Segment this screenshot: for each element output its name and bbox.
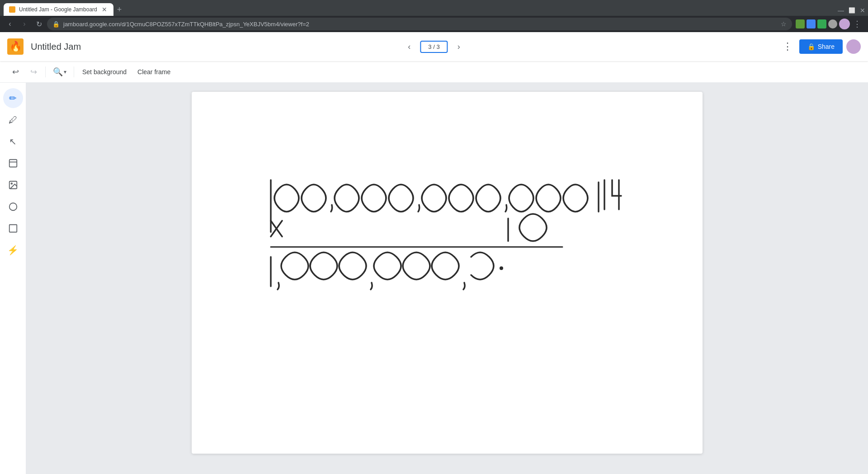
minimize-button[interactable]: — bbox=[835, 5, 846, 16]
share-lock-icon: 🔒 bbox=[807, 43, 815, 50]
zoom-dropdown-icon: ▾ bbox=[64, 69, 66, 75]
clear-frame-button[interactable]: Clear frame bbox=[133, 66, 175, 78]
address-bar: ‹ › ↻ 🔒 jamboard.google.com/d/1QcmuC8POZ… bbox=[0, 16, 868, 32]
svg-point-3 bbox=[11, 183, 12, 184]
svg-point-4 bbox=[9, 203, 17, 211]
extensions-area: ⋮ bbox=[794, 19, 864, 29]
toolbar-divider-1 bbox=[45, 66, 46, 77]
maximize-button[interactable]: ⬜ bbox=[846, 5, 857, 16]
left-toolbar: ✏ 🖊 ↖ ⚡ bbox=[0, 83, 26, 474]
extension-3-icon[interactable] bbox=[817, 19, 826, 28]
profile-icon[interactable] bbox=[839, 19, 850, 29]
select-tool-button[interactable]: ↖ bbox=[3, 132, 23, 152]
url-bar[interactable]: 🔒 jamboard.google.com/d/1QcmuC8POZ557xTZ… bbox=[47, 18, 792, 30]
extension-4-icon[interactable] bbox=[828, 19, 837, 28]
browser-chrome: Untitled Jam - Google Jamboard ✕ + — ⬜ ✕ bbox=[0, 0, 868, 16]
browser-menu-button[interactable]: ⋮ bbox=[852, 19, 863, 29]
canvas-area bbox=[26, 83, 868, 474]
header-right: ⋮ 🔒 Share bbox=[779, 38, 861, 55]
app-header: 🔥 Untitled Jam ‹ 3 / 3 › ⋮ 🔒 Share bbox=[0, 32, 868, 61]
secure-icon: 🔒 bbox=[52, 21, 60, 28]
set-background-button[interactable]: Set background bbox=[78, 66, 131, 78]
url-text: jamboard.google.com/d/1QcmuC8POZ557xTZmT… bbox=[63, 21, 777, 28]
pen-tool-button[interactable]: ✏ bbox=[3, 88, 23, 108]
shape-tool-button[interactable] bbox=[3, 197, 23, 217]
laser-tool-button[interactable]: ⚡ bbox=[3, 240, 23, 260]
extension-1-icon[interactable] bbox=[796, 19, 805, 28]
tab-title: Untitled Jam - Google Jamboard bbox=[19, 6, 97, 13]
canvas[interactable] bbox=[192, 92, 703, 454]
frame-navigation: ‹ 3 / 3 › bbox=[402, 39, 466, 54]
undo-button[interactable]: ↩ bbox=[7, 64, 24, 80]
toolbar-divider-2 bbox=[74, 66, 74, 77]
prev-frame-button[interactable]: ‹ bbox=[402, 39, 416, 54]
back-button[interactable]: ‹ bbox=[4, 18, 16, 30]
svg-point-7 bbox=[500, 266, 503, 270]
new-tab-button[interactable]: + bbox=[113, 3, 126, 16]
next-frame-button[interactable]: › bbox=[452, 39, 466, 54]
reload-button[interactable]: ↻ bbox=[33, 18, 45, 30]
bookmark-icon[interactable]: ☆ bbox=[781, 20, 787, 28]
close-window-button[interactable]: ✕ bbox=[857, 5, 868, 16]
tab-close-icon[interactable]: ✕ bbox=[101, 6, 108, 13]
redo-button[interactable]: ↪ bbox=[25, 64, 42, 80]
active-tab[interactable]: Untitled Jam - Google Jamboard ✕ bbox=[4, 3, 113, 16]
canvas-drawing bbox=[192, 92, 703, 454]
more-options-button[interactable]: ⋮ bbox=[779, 38, 796, 55]
extension-2-icon[interactable] bbox=[807, 19, 816, 28]
zoom-button[interactable]: 🔍 ▾ bbox=[49, 65, 70, 79]
toolbar: ↩ ↪ 🔍 ▾ Set background Clear frame bbox=[0, 61, 868, 83]
svg-rect-0 bbox=[9, 160, 17, 167]
user-avatar[interactable] bbox=[846, 39, 861, 54]
share-button[interactable]: 🔒 Share bbox=[799, 39, 843, 54]
frame-indicator[interactable]: 3 / 3 bbox=[420, 41, 448, 53]
app-logo: 🔥 bbox=[7, 38, 24, 55]
text-box-tool-button[interactable] bbox=[3, 218, 23, 238]
sticky-note-tool-button[interactable] bbox=[3, 153, 23, 173]
zoom-icon: 🔍 bbox=[53, 67, 63, 77]
main-area: ✏ 🖊 ↖ ⚡ bbox=[0, 83, 868, 474]
forward-button[interactable]: › bbox=[18, 18, 31, 30]
marker-tool-button[interactable]: 🖊 bbox=[3, 110, 23, 130]
app-title: Untitled Jam bbox=[31, 42, 81, 52]
image-tool-button[interactable] bbox=[3, 175, 23, 195]
share-label: Share bbox=[818, 43, 835, 50]
tab-bar: Untitled Jam - Google Jamboard ✕ + — ⬜ ✕ bbox=[0, 0, 868, 16]
svg-rect-5 bbox=[9, 225, 17, 232]
tab-favicon bbox=[9, 6, 15, 13]
